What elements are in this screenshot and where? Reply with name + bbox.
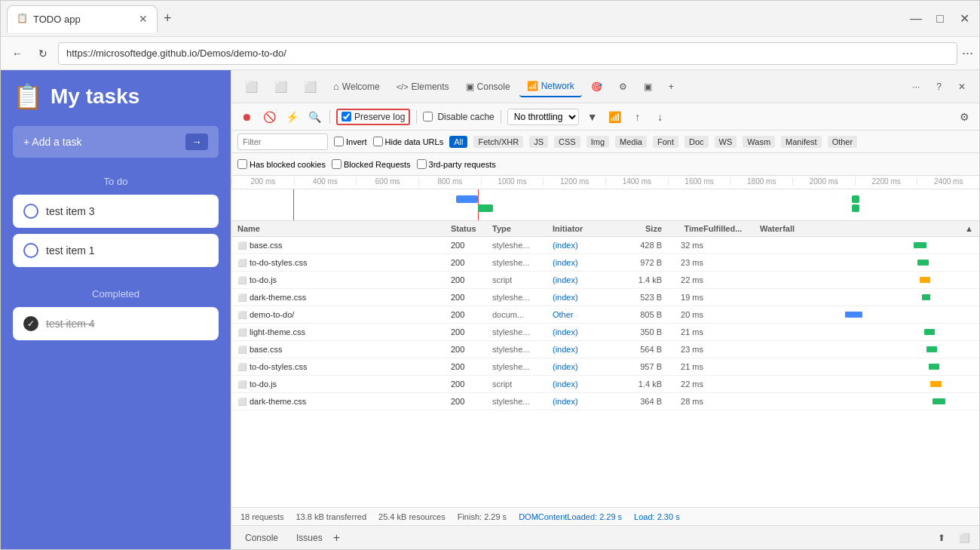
devtools-tab-welcome[interactable]: ⌂ Welcome <box>326 76 387 97</box>
table-row[interactable]: ⬜to-do.js 200 script (index) 1.4 kB 22 m… <box>231 272 979 289</box>
disable-cache-checkbox[interactable] <box>423 112 433 121</box>
filter-tag-all[interactable]: All <box>449 136 467 148</box>
back-button[interactable]: ← <box>7 43 28 64</box>
new-tab-button[interactable]: + <box>164 11 172 26</box>
row-initiator[interactable]: (index) <box>553 397 613 406</box>
row-initiator[interactable]: (index) <box>553 241 613 250</box>
preserve-log-checkbox[interactable] <box>341 112 351 121</box>
table-row[interactable]: ⬜base.css 200 styleshe... (index) 428 B … <box>231 237 979 254</box>
todo-task-item-1[interactable]: test item 3 <box>13 195 219 228</box>
url-input[interactable] <box>58 42 957 65</box>
tab-close-button[interactable]: ✕ <box>139 13 148 25</box>
devtools-toolbar: ⬜ ⬜ ⬜ ⌂ Welcome </> Elements ▣ <box>231 70 979 103</box>
download-button[interactable]: ↓ <box>651 108 669 126</box>
completed-task-item-1[interactable]: ✓ test item 4 <box>13 307 219 340</box>
devtools-tab-customize[interactable]: ▣ <box>636 77 660 97</box>
devtools-tab-screenshot[interactable]: ⬜ <box>267 76 295 97</box>
record-button[interactable]: ⏺ <box>237 108 256 126</box>
refresh-button[interactable]: ↻ <box>32 43 54 64</box>
dock-bottom-button[interactable]: ⬜ <box>955 529 973 547</box>
undock-button[interactable]: ⬆ <box>933 529 951 547</box>
header-size[interactable]: Size <box>613 224 662 233</box>
devtools-tab-settings[interactable]: ⚙ <box>611 77 635 97</box>
row-initiator[interactable]: (index) <box>553 362 613 371</box>
bottom-tab-add-button[interactable]: + <box>333 531 340 545</box>
table-row[interactable]: ⬜to-do.js 200 script (index) 1.4 kB 22 m… <box>231 376 979 393</box>
filter-input[interactable] <box>237 134 328 150</box>
header-name[interactable]: Name <box>237 224 451 233</box>
header-initiator[interactable]: Initiator <box>553 224 613 233</box>
filter-tag-media[interactable]: Media <box>615 136 647 148</box>
header-type[interactable]: Type <box>492 224 553 233</box>
devtools-tab-more[interactable]: + <box>661 77 681 97</box>
filter-tag-wasm[interactable]: Wasm <box>743 136 775 148</box>
filter-tag-other[interactable]: Other <box>828 136 858 148</box>
row-initiator[interactable]: (index) <box>553 293 613 302</box>
filter-tag-doc[interactable]: Doc <box>684 136 709 148</box>
hide-data-urls-checkbox[interactable] <box>373 137 383 146</box>
third-party-checkbox[interactable] <box>417 159 427 169</box>
throttle-dropdown-button[interactable]: ▼ <box>583 108 602 126</box>
row-initiator[interactable]: (index) <box>553 345 613 354</box>
disable-cache-label[interactable]: Disable cache <box>437 112 494 122</box>
maximize-button[interactable]: □ <box>931 10 949 28</box>
bottom-tab-console[interactable]: Console <box>237 530 286 546</box>
table-row[interactable]: ⬜demo-to-do/ 200 docum... Other 805 B 20… <box>231 306 979 324</box>
devtools-more-button[interactable]: ··· <box>905 77 927 97</box>
network-filter-button[interactable]: ⚡ <box>283 108 301 126</box>
filter-tag-manifest[interactable]: Manifest <box>781 136 822 148</box>
devtools-tab-dock[interactable]: ⬜ <box>296 76 324 97</box>
row-initiator[interactable]: (index) <box>553 327 613 336</box>
minimize-button[interactable]: — <box>907 10 925 28</box>
close-window-button[interactable]: ✕ <box>955 10 973 28</box>
filter-tag-img[interactable]: Img <box>586 136 609 148</box>
throttle-select[interactable]: No throttling <box>507 109 579 125</box>
devtools-tab-console[interactable]: ▣ Console <box>458 77 518 97</box>
row-initiator[interactable]: (index) <box>553 379 613 389</box>
table-row[interactable]: ⬜dark-theme.css 200 styleshe... (index) … <box>231 289 979 306</box>
filter-tag-js[interactable]: JS <box>529 136 548 148</box>
row-waterfall <box>760 257 973 269</box>
devtools-tab-elements[interactable]: </> Elements <box>389 77 457 97</box>
more-options-button[interactable]: ··· <box>962 45 973 61</box>
waterfall-sort-button[interactable]: ▲ <box>965 224 973 233</box>
header-fulfilled[interactable]: Fulfilled... <box>703 224 760 233</box>
upload-button[interactable]: ↑ <box>629 108 647 126</box>
browser-tab[interactable]: 📋 TODO app ✕ <box>7 5 158 32</box>
devtools-help-button[interactable]: ? <box>929 77 949 97</box>
filter-tag-css[interactable]: CSS <box>554 136 580 148</box>
devtools-tab-inspector[interactable]: ⬜ <box>237 76 265 97</box>
elements-icon: </> <box>397 82 409 91</box>
preserve-log-label[interactable]: Preserve log <box>354 112 405 122</box>
header-time[interactable]: Time <box>662 224 703 233</box>
network-wifi-button[interactable]: 📶 <box>606 108 624 126</box>
todo-task-item-2[interactable]: test item 1 <box>13 234 219 267</box>
devtools-close-button[interactable]: ✕ <box>951 77 973 97</box>
table-row[interactable]: ⬜dark-theme.css 200 styleshe... (index) … <box>231 393 979 410</box>
devtools-tab-network[interactable]: 📶 Network <box>519 76 582 97</box>
filter-tag-ws[interactable]: WS <box>715 136 737 148</box>
blocked-requests-checkbox[interactable] <box>332 159 341 169</box>
has-blocked-cookies-checkbox[interactable] <box>237 159 247 169</box>
add-task-button[interactable]: + Add a task → <box>13 126 219 158</box>
row-initiator[interactable]: (index) <box>553 258 613 267</box>
row-initiator[interactable]: (index) <box>553 275 613 284</box>
search-button[interactable]: 🔍 <box>305 108 323 126</box>
header-waterfall[interactable]: Waterfall ▲ <box>760 224 973 233</box>
table-row[interactable]: ⬜light-theme.css 200 styleshe... (index)… <box>231 324 979 341</box>
invert-checkbox[interactable] <box>334 137 344 146</box>
table-row[interactable]: ⬜base.css 200 styleshe... (index) 564 B … <box>231 341 979 358</box>
bottom-tab-issues[interactable]: Issues <box>289 530 330 546</box>
task-checkbox-1[interactable] <box>23 204 38 219</box>
table-row[interactable]: ⬜to-do-styles.css 200 styleshe... (index… <box>231 254 979 272</box>
row-time: 19 ms <box>662 293 703 302</box>
clear-button[interactable]: 🚫 <box>260 108 278 126</box>
header-status[interactable]: Status <box>451 224 492 233</box>
network-settings-button[interactable]: ⚙ <box>955 108 973 126</box>
devtools-tab-performance[interactable]: 🎯 <box>583 77 610 97</box>
task-checkbox-2[interactable] <box>23 243 38 258</box>
filter-tag-font[interactable]: Font <box>653 136 678 148</box>
filter-tag-fetch-xhr[interactable]: Fetch/XHR <box>473 136 523 148</box>
completed-checkbox-1[interactable]: ✓ <box>23 316 38 331</box>
table-row[interactable]: ⬜to-do-styles.css 200 styleshe... (index… <box>231 358 979 376</box>
